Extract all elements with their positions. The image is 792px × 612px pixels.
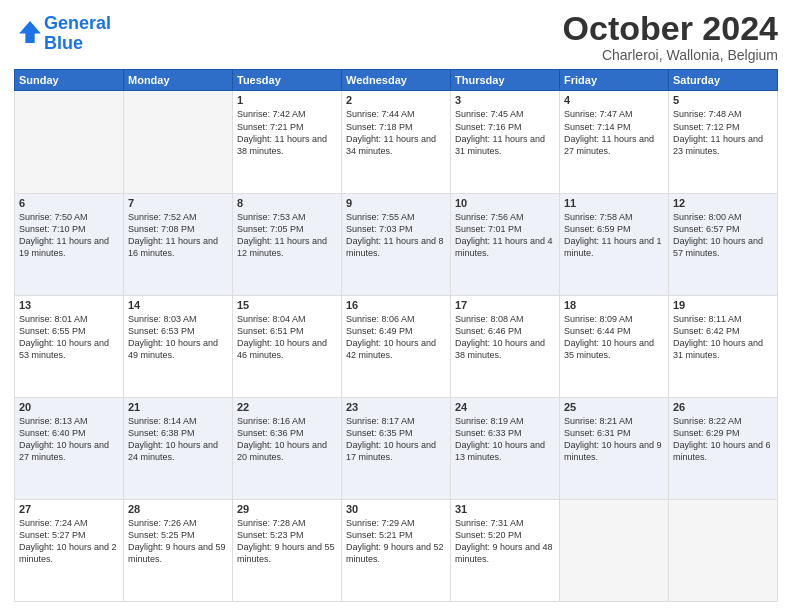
week-row-2: 6Sunrise: 7:50 AM Sunset: 7:10 PM Daylig… [15,193,778,295]
day-number: 4 [564,94,664,106]
cell-info: Sunrise: 8:06 AM Sunset: 6:49 PM Dayligh… [346,313,446,362]
cell-info: Sunrise: 7:28 AM Sunset: 5:23 PM Dayligh… [237,517,337,566]
cell-info: Sunrise: 8:22 AM Sunset: 6:29 PM Dayligh… [673,415,773,464]
cell-info: Sunrise: 8:19 AM Sunset: 6:33 PM Dayligh… [455,415,555,464]
day-number: 25 [564,401,664,413]
calendar-cell: 26Sunrise: 8:22 AM Sunset: 6:29 PM Dayli… [669,397,778,499]
logo-blue: Blue [44,33,83,53]
cell-info: Sunrise: 8:00 AM Sunset: 6:57 PM Dayligh… [673,211,773,260]
day-number: 8 [237,197,337,209]
cell-info: Sunrise: 8:21 AM Sunset: 6:31 PM Dayligh… [564,415,664,464]
cell-info: Sunrise: 7:58 AM Sunset: 6:59 PM Dayligh… [564,211,664,260]
col-tuesday: Tuesday [233,70,342,91]
calendar-cell: 7Sunrise: 7:52 AM Sunset: 7:08 PM Daylig… [124,193,233,295]
calendar-cell: 23Sunrise: 8:17 AM Sunset: 6:35 PM Dayli… [342,397,451,499]
cell-info: Sunrise: 8:03 AM Sunset: 6:53 PM Dayligh… [128,313,228,362]
cell-info: Sunrise: 7:42 AM Sunset: 7:21 PM Dayligh… [237,108,337,157]
day-number: 13 [19,299,119,311]
cell-info: Sunrise: 8:16 AM Sunset: 6:36 PM Dayligh… [237,415,337,464]
location-subtitle: Charleroi, Wallonia, Belgium [563,47,778,63]
cell-info: Sunrise: 8:13 AM Sunset: 6:40 PM Dayligh… [19,415,119,464]
header-row: Sunday Monday Tuesday Wednesday Thursday… [15,70,778,91]
logo-icon [16,18,44,46]
cell-info: Sunrise: 7:47 AM Sunset: 7:14 PM Dayligh… [564,108,664,157]
day-number: 26 [673,401,773,413]
day-number: 10 [455,197,555,209]
cell-info: Sunrise: 8:09 AM Sunset: 6:44 PM Dayligh… [564,313,664,362]
day-number: 2 [346,94,446,106]
week-row-1: 1Sunrise: 7:42 AM Sunset: 7:21 PM Daylig… [15,91,778,193]
cell-info: Sunrise: 7:31 AM Sunset: 5:20 PM Dayligh… [455,517,555,566]
calendar-cell: 2Sunrise: 7:44 AM Sunset: 7:18 PM Daylig… [342,91,451,193]
calendar-header: Sunday Monday Tuesday Wednesday Thursday… [15,70,778,91]
day-number: 11 [564,197,664,209]
calendar-cell: 15Sunrise: 8:04 AM Sunset: 6:51 PM Dayli… [233,295,342,397]
cell-info: Sunrise: 7:48 AM Sunset: 7:12 PM Dayligh… [673,108,773,157]
calendar-cell: 3Sunrise: 7:45 AM Sunset: 7:16 PM Daylig… [451,91,560,193]
col-sunday: Sunday [15,70,124,91]
day-number: 17 [455,299,555,311]
cell-info: Sunrise: 7:45 AM Sunset: 7:16 PM Dayligh… [455,108,555,157]
logo-text: General Blue [44,14,111,54]
day-number: 1 [237,94,337,106]
day-number: 19 [673,299,773,311]
day-number: 15 [237,299,337,311]
calendar-cell: 5Sunrise: 7:48 AM Sunset: 7:12 PM Daylig… [669,91,778,193]
calendar-cell [669,499,778,601]
col-thursday: Thursday [451,70,560,91]
calendar-cell: 16Sunrise: 8:06 AM Sunset: 6:49 PM Dayli… [342,295,451,397]
calendar-cell: 9Sunrise: 7:55 AM Sunset: 7:03 PM Daylig… [342,193,451,295]
col-friday: Friday [560,70,669,91]
day-number: 20 [19,401,119,413]
header: General Blue October 2024 Charleroi, Wal… [14,10,778,63]
cell-info: Sunrise: 7:53 AM Sunset: 7:05 PM Dayligh… [237,211,337,260]
svg-marker-0 [19,21,41,43]
calendar-cell: 21Sunrise: 8:14 AM Sunset: 6:38 PM Dayli… [124,397,233,499]
cell-info: Sunrise: 7:24 AM Sunset: 5:27 PM Dayligh… [19,517,119,566]
calendar-cell: 24Sunrise: 8:19 AM Sunset: 6:33 PM Dayli… [451,397,560,499]
calendar-cell [15,91,124,193]
calendar-cell: 20Sunrise: 8:13 AM Sunset: 6:40 PM Dayli… [15,397,124,499]
cell-info: Sunrise: 7:56 AM Sunset: 7:01 PM Dayligh… [455,211,555,260]
day-number: 22 [237,401,337,413]
day-number: 18 [564,299,664,311]
cell-info: Sunrise: 7:55 AM Sunset: 7:03 PM Dayligh… [346,211,446,260]
calendar-cell: 13Sunrise: 8:01 AM Sunset: 6:55 PM Dayli… [15,295,124,397]
day-number: 5 [673,94,773,106]
logo: General Blue [14,14,111,54]
cell-info: Sunrise: 8:17 AM Sunset: 6:35 PM Dayligh… [346,415,446,464]
calendar-cell [124,91,233,193]
col-wednesday: Wednesday [342,70,451,91]
day-number: 29 [237,503,337,515]
calendar-cell: 6Sunrise: 7:50 AM Sunset: 7:10 PM Daylig… [15,193,124,295]
day-number: 6 [19,197,119,209]
day-number: 9 [346,197,446,209]
cell-info: Sunrise: 7:50 AM Sunset: 7:10 PM Dayligh… [19,211,119,260]
calendar-cell: 29Sunrise: 7:28 AM Sunset: 5:23 PM Dayli… [233,499,342,601]
calendar-cell: 22Sunrise: 8:16 AM Sunset: 6:36 PM Dayli… [233,397,342,499]
cell-info: Sunrise: 7:26 AM Sunset: 5:25 PM Dayligh… [128,517,228,566]
month-title: October 2024 [563,10,778,47]
calendar-cell: 10Sunrise: 7:56 AM Sunset: 7:01 PM Dayli… [451,193,560,295]
cell-info: Sunrise: 8:14 AM Sunset: 6:38 PM Dayligh… [128,415,228,464]
week-row-4: 20Sunrise: 8:13 AM Sunset: 6:40 PM Dayli… [15,397,778,499]
calendar-table: Sunday Monday Tuesday Wednesday Thursday… [14,69,778,602]
cell-info: Sunrise: 7:44 AM Sunset: 7:18 PM Dayligh… [346,108,446,157]
title-block: October 2024 Charleroi, Wallonia, Belgiu… [563,10,778,63]
calendar-cell: 1Sunrise: 7:42 AM Sunset: 7:21 PM Daylig… [233,91,342,193]
page: General Blue October 2024 Charleroi, Wal… [0,0,792,612]
day-number: 14 [128,299,228,311]
day-number: 12 [673,197,773,209]
calendar-cell: 12Sunrise: 8:00 AM Sunset: 6:57 PM Dayli… [669,193,778,295]
cell-info: Sunrise: 8:11 AM Sunset: 6:42 PM Dayligh… [673,313,773,362]
day-number: 7 [128,197,228,209]
day-number: 24 [455,401,555,413]
day-number: 23 [346,401,446,413]
day-number: 28 [128,503,228,515]
calendar-cell: 27Sunrise: 7:24 AM Sunset: 5:27 PM Dayli… [15,499,124,601]
cell-info: Sunrise: 8:04 AM Sunset: 6:51 PM Dayligh… [237,313,337,362]
col-saturday: Saturday [669,70,778,91]
cell-info: Sunrise: 7:29 AM Sunset: 5:21 PM Dayligh… [346,517,446,566]
week-row-5: 27Sunrise: 7:24 AM Sunset: 5:27 PM Dayli… [15,499,778,601]
calendar-cell: 25Sunrise: 8:21 AM Sunset: 6:31 PM Dayli… [560,397,669,499]
